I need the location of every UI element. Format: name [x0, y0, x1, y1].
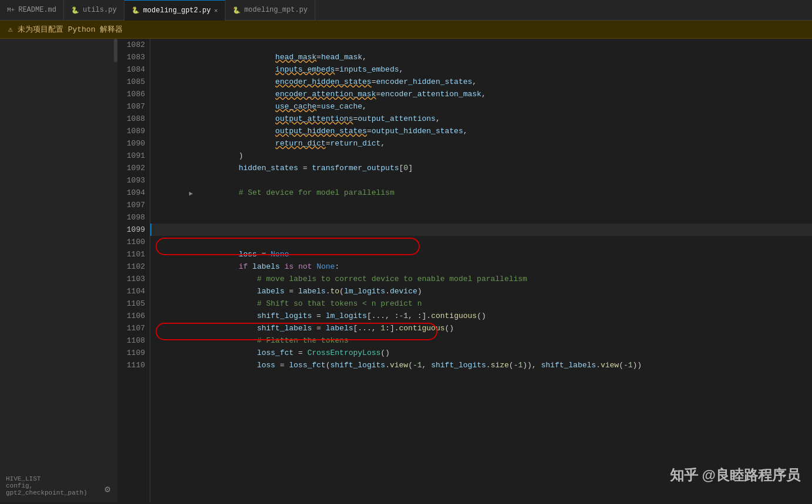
warning-icon: ⚠	[8, 25, 13, 34]
mpt-icon: 🐍	[233, 6, 241, 14]
ln-1091: 1091	[117, 150, 145, 162]
ln-1099: 1099	[117, 224, 145, 236]
tab-modeling-gpt2[interactable]: 🐍 modeling_gpt2.py ✕	[124, 0, 225, 21]
tab-modeling-mpt[interactable]: 🐍 modeling_mpt.py	[225, 0, 315, 21]
code-line-1105: shift_logits = lm_logits[..., :-1, :].co…	[150, 297, 812, 310]
main-layout: HIVE_LIST config, gpt2_checkpoint_path) …	[0, 39, 812, 502]
ln-1087: 1087	[117, 100, 145, 113]
tab-utils-label: utils.py	[83, 6, 117, 14]
code-line-1109: loss = loss_fct(shift_logits.view(-1, sh…	[150, 347, 812, 359]
ln-1098: 1098	[117, 211, 145, 224]
sidebar-text-1: HIVE_LIST	[6, 475, 117, 482]
tab-gpt2-label: modeling_gpt2.py	[143, 6, 211, 15]
code-line-1101: if labels is not None:	[150, 248, 812, 261]
readme-icon: M+	[7, 6, 15, 13]
code-line-1106: shift_labels = labels[..., 1:].contiguou…	[150, 310, 812, 322]
close-tab-icon[interactable]: ✕	[214, 7, 218, 14]
code-line-1088: output_hidden_states=output_hidden_state…	[150, 113, 812, 125]
sidebar-text-2: config, gpt2_checkpoint_path)	[6, 482, 117, 496]
code-line-1107: # Flatten the tokens	[150, 322, 812, 334]
tab-readme-label: README.md	[18, 6, 56, 14]
ln-1108: 1108	[117, 334, 145, 347]
ln-1092: 1092	[117, 162, 145, 174]
code-line-1103: labels = labels.to(lm_logits.device)	[150, 273, 812, 285]
code-line-1085: encoder_attention_mask=encoder_attention…	[150, 76, 812, 88]
ln-1084: 1084	[117, 63, 145, 76]
ln-1097: 1097	[117, 199, 145, 211]
code-line-1086: use_cache=use_cache,	[150, 88, 812, 100]
code-line-1094: ▶ if self.model_parallel:...	[150, 187, 812, 199]
ln-1094: 1094	[117, 187, 145, 199]
code-line-1097	[150, 199, 812, 211]
code-line-1087: output_attentions=output_attentions,	[150, 100, 812, 113]
code-line-1091: hidden_states = transformer_outputs[0]	[150, 150, 812, 162]
code-line-1089: return_dict=return_dict,	[150, 125, 812, 137]
utils-icon: 🐍	[71, 6, 79, 14]
ln-1088: 1088	[117, 113, 145, 125]
tab-utils[interactable]: 🐍 utils.py	[64, 0, 124, 21]
ln-1105: 1105	[117, 297, 145, 310]
ln-1103: 1103	[117, 273, 145, 285]
warning-text: 未为项目配置 Python 解释器	[18, 24, 123, 35]
ln-1107: 1107	[117, 322, 145, 334]
ln-1102: 1102	[117, 261, 145, 273]
sidebar-bottom: HIVE_LIST config, gpt2_checkpoint_path)	[6, 475, 117, 496]
gpt2-icon: 🐍	[132, 6, 140, 14]
ln-1106: 1106	[117, 310, 145, 322]
code-line-1083: inputs_embeds=inputs_embeds,	[150, 51, 812, 63]
code-line-1092	[150, 162, 812, 174]
code-line-1102: # move labels to correct device to enabl…	[150, 261, 812, 273]
ln-1104: 1104	[117, 285, 145, 297]
ln-1089: 1089	[117, 125, 145, 137]
tab-readme[interactable]: M+ README.md	[0, 0, 64, 21]
code-area: 1082 1083 1084 1085 1086 1087 1088 1089 …	[117, 39, 812, 502]
line-numbers: 1082 1083 1084 1085 1086 1087 1088 1089 …	[117, 39, 150, 502]
code-line-1110	[150, 359, 812, 371]
ln-1100: 1100	[117, 236, 145, 248]
code-line-1100: loss = None	[150, 236, 812, 248]
code-lines: head_mask=head_mask, inputs_embeds=input…	[150, 39, 812, 502]
tab-mpt-label: modeling_mpt.py	[244, 6, 308, 14]
code-line-1093: # Set device for model parallelism	[150, 174, 812, 187]
code-container: 1082 1083 1084 1085 1086 1087 1088 1089 …	[117, 39, 812, 502]
sidebar: HIVE_LIST config, gpt2_checkpoint_path) …	[0, 39, 117, 502]
ln-1101: 1101	[117, 248, 145, 261]
ln-1090: 1090	[117, 137, 145, 150]
code-line-1099	[150, 224, 812, 236]
ln-1109: 1109	[117, 347, 145, 359]
settings-icon[interactable]: ⚙	[105, 483, 110, 495]
ln-1093: 1093	[117, 174, 145, 187]
tab-bar: M+ README.md 🐍 utils.py 🐍 modeling_gpt2.…	[0, 0, 812, 21]
ln-1110: 1110	[117, 359, 145, 371]
code-line-1108: loss_fct = CrossEntropyLoss()	[150, 334, 812, 347]
code-line-1104: # Shift so that tokens < n predict n	[150, 285, 812, 297]
fold-arrow-icon[interactable]: ▶	[189, 188, 193, 200]
warning-bar: ⚠ 未为项目配置 Python 解释器	[0, 21, 812, 39]
code-line-1082: head_mask=head_mask,	[150, 39, 812, 51]
ln-1086: 1086	[117, 88, 145, 100]
code-line-1098: lm_logits = self.lm_head(hidden_states)	[150, 211, 812, 224]
ln-1082: 1082	[117, 39, 145, 51]
code-line-1090: )	[150, 137, 812, 150]
ln-1083: 1083	[117, 51, 145, 63]
code-line-1084: encoder_hidden_states=encoder_hidden_sta…	[150, 63, 812, 76]
ln-1085: 1085	[117, 76, 145, 88]
